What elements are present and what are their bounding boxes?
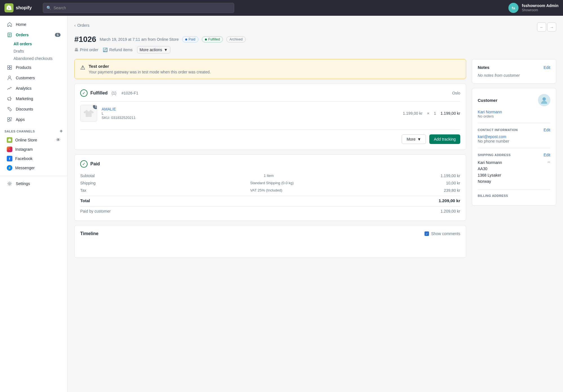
sidebar-item-settings[interactable]: Settings [2,179,65,189]
product-row: 1 AMALIE L SKU: 031832520211 1 [80,101,460,125]
more-actions-button[interactable]: More actions ▼ [137,46,170,53]
sidebar-item-home[interactable]: Home [2,19,65,30]
sidebar-discounts-label: Discounts [16,107,33,111]
sidebar-item-messenger[interactable]: ⚡ Messenger [2,163,65,172]
notes-card: Notes Edit No notes from customer [472,59,556,84]
timeline-card: Timeline ✓ Show comments [74,225,466,258]
user-name: fsshowroom Admin [522,3,558,8]
copy-address-button[interactable]: ⎓ [548,159,550,165]
analytics-icon [7,85,12,91]
sidebar-apps-label: Apps [16,117,25,122]
products-icon [7,65,12,70]
svg-rect-10 [8,118,9,119]
sidebar-analytics-label: Analytics [16,86,32,91]
shopify-logo-icon [5,3,14,12]
refund-items-label: Refund items [109,48,132,52]
nav-next-button[interactable]: → [547,22,556,31]
product-line-total: 1.199,00 kr [441,111,460,116]
sidebar-item-products[interactable]: Products [2,62,65,73]
add-sales-channel-btn[interactable]: + [60,128,63,134]
customer-email: kari@epost.com [478,134,550,139]
nav-right: fa fsshowroom Admin Showroom [508,3,558,13]
customer-name-link[interactable]: Kari Normann [478,110,502,114]
search-input[interactable] [53,6,231,10]
show-comments-label: Show comments [431,231,460,236]
sidebar-subitem-all-orders[interactable]: All orders [14,40,67,48]
shipping-sublabel: Standard Shipping (0.0 kg) [250,181,294,185]
print-icon: 🖶 [74,48,78,52]
orders-badge: 5 [55,33,61,37]
payment-card: ✓ Paid Subtotal 1 item 1.199,00 kr Shipp… [74,154,466,221]
sidebar-item-orders[interactable]: Orders 5 [2,30,65,40]
fulfilled-check-icon: ✓ [80,89,88,97]
messenger-icon: ⚡ [7,165,12,171]
search-bar[interactable]: 🔍 [43,3,234,13]
shopify-logo[interactable]: shopify [5,3,38,12]
customer-avatar [538,94,550,106]
user-info: fsshowroom Admin Showroom [522,3,558,13]
svg-rect-7 [10,68,12,69]
sidebar-subitem-drafts[interactable]: Drafts [14,48,67,55]
breadcrumb-orders-link[interactable]: Orders [77,23,90,28]
tax-label: Tax [80,188,86,193]
shopify-logo-text: shopify [16,5,32,10]
shipping-country: Norway [478,179,491,184]
notes-empty-text: No notes from customer [478,73,550,78]
online-store-label: Online Store [15,138,37,142]
sales-channels-label: SALES CHANNELS + [0,125,67,135]
sidebar-item-customers[interactable]: Customers [2,73,65,83]
fulfilled-badge-dot [205,39,207,40]
svg-rect-13 [8,139,11,141]
svg-rect-5 [10,66,12,67]
sidebar-item-online-store[interactable]: Online Store 👁 [2,136,65,145]
total-row: Total 1.209,00 kr [80,196,460,205]
more-button[interactable]: More ▼ [402,134,426,144]
order-number: #1026 [74,35,96,44]
fulfillment-location: Oslo [452,91,460,95]
user-store: Showroom [522,8,558,13]
sidebar-item-instagram[interactable]: ◦ Instagram [2,145,65,154]
contact-edit-button[interactable]: Edit [544,128,550,132]
sidebar-item-discounts[interactable]: Discounts [2,104,65,114]
paid-by-value: 1.209,00 kr [441,209,460,213]
sidebar-item-analytics[interactable]: Analytics [2,83,65,93]
orders-icon [7,32,12,38]
nav-prev-button[interactable]: ← [537,22,546,31]
sidebar-item-apps[interactable]: Apps [2,114,65,125]
right-column: Notes Edit No notes from customer Custom… [472,59,556,262]
refund-items-button[interactable]: 🔄 Refund items [103,46,132,53]
notes-title: Notes [478,65,490,70]
warning-body: Your payment gateway was in test mode wh… [89,70,211,74]
timeline-title: Timeline [80,231,99,236]
discounts-icon [7,106,12,112]
subtotal-row: Subtotal 1 item 1.199,00 kr [80,172,460,179]
user-avatar[interactable]: fa [508,3,519,13]
shipping-city: 1368 Lysaker [478,173,501,177]
svg-point-15 [9,183,10,184]
svg-rect-14 [9,139,10,139]
sidebar-subitem-abandoned[interactable]: Abandoned checkouts [14,55,67,62]
show-comments-checkbox[interactable]: ✓ [425,231,429,236]
paid-by-row: Paid by customer 1.209,00 kr [80,206,460,215]
sidebar-item-facebook[interactable]: f Facebook [2,154,65,163]
show-comments-toggle[interactable]: ✓ Show comments [425,231,460,236]
warning-icon: ⚠ [80,64,85,71]
top-navigation: shopify 🔍 fa fsshowroom Admin Showroom [0,0,563,16]
notes-edit-button[interactable]: Edit [544,65,550,70]
more-btn-label: More [406,137,415,141]
home-icon [7,22,12,27]
print-order-button[interactable]: 🖶 Print order [74,46,98,53]
sidebar-item-marketing[interactable]: Marketing [2,94,65,104]
settings-icon [7,181,12,186]
more-actions-label: More actions [140,48,162,52]
product-thumbnail [83,108,94,119]
product-name-link[interactable]: AMALIE [102,107,116,111]
shipping-edit-button[interactable]: Edit [544,153,550,157]
search-icon: 🔍 [46,6,51,10]
online-store-eye-icon[interactable]: 👁 [56,138,61,143]
add-tracking-button[interactable]: Add tracking [429,134,460,144]
product-qty: 1 [434,111,436,116]
payment-title: Paid [90,161,100,166]
apps-icon [7,117,12,122]
timeline-header: Timeline ✓ Show comments [80,231,460,236]
